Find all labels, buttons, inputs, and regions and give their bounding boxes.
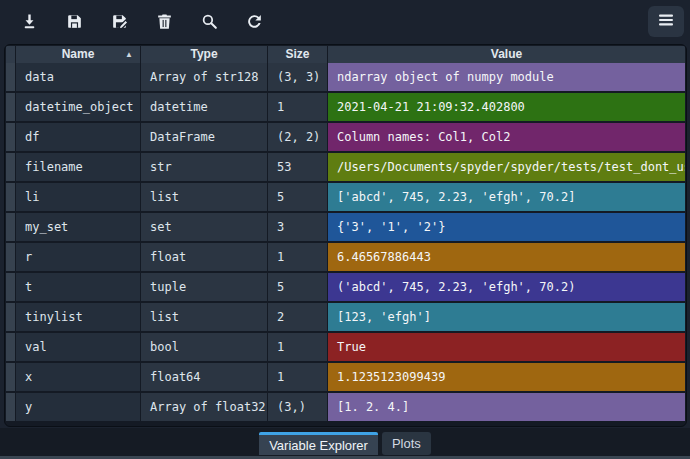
row-header	[6, 243, 16, 273]
table-row[interactable]: datetime_objectdatetime12021-04-21 21:09…	[6, 93, 685, 123]
variable-explorer-table: Name ▲ Type Size Value dataArray of str1…	[4, 44, 687, 427]
column-header-name-label: Name	[62, 47, 95, 61]
cell-type[interactable]: list	[141, 183, 268, 213]
save-data-button[interactable]	[58, 5, 91, 37]
cell-size[interactable]: (3, 3)	[268, 63, 328, 93]
cell-value[interactable]: /Users/Documents/spyder/spyder/tests/tes…	[328, 153, 685, 183]
cell-name[interactable]: tinylist	[16, 303, 141, 333]
table-row[interactable]: rfloat16.46567886443	[6, 243, 685, 273]
cell-type[interactable]: float	[141, 243, 268, 273]
column-header-value-label: Value	[491, 47, 522, 61]
table-header-row: Name ▲ Type Size Value	[6, 46, 685, 63]
table-corner-button[interactable]	[6, 46, 16, 63]
cell-name[interactable]: filename	[16, 153, 141, 183]
row-header	[6, 333, 16, 363]
column-header-size-label: Size	[285, 47, 309, 61]
column-header-type[interactable]: Type	[141, 46, 268, 63]
cell-name[interactable]: li	[16, 183, 141, 213]
cell-value[interactable]: ndarray object of numpy module	[328, 63, 685, 93]
cell-value[interactable]: [1. 2. 4.]	[328, 393, 685, 423]
table-row[interactable]: my_setset3{'3', '1', '2'}	[6, 213, 685, 243]
cell-size[interactable]: 1	[268, 363, 328, 393]
save-as-icon	[110, 12, 129, 31]
cell-type[interactable]: bool	[141, 333, 268, 363]
remove-variable-button[interactable]	[148, 5, 181, 37]
hamburger-menu-icon	[658, 13, 674, 30]
import-data-button[interactable]	[13, 5, 46, 37]
cell-size[interactable]: 3	[268, 213, 328, 243]
tab-variable-explorer[interactable]: Variable Explorer	[259, 432, 378, 455]
cell-value[interactable]: {'3', '1', '2'}	[328, 213, 685, 243]
cell-size[interactable]: 53	[268, 153, 328, 183]
options-menu-button[interactable]	[648, 6, 684, 37]
save-data-as-button[interactable]	[103, 5, 136, 37]
cell-type[interactable]: Array of str128	[141, 63, 268, 93]
cell-value[interactable]: Column names: Col1, Col2	[328, 123, 685, 153]
cell-type[interactable]: DataFrame	[141, 123, 268, 153]
cell-type[interactable]: datetime	[141, 93, 268, 123]
table-row[interactable]: xfloat6411.1235123099439	[6, 363, 685, 393]
table-row[interactable]: dataArray of str128(3, 3)ndarray object …	[6, 63, 685, 93]
table-row[interactable]: yArray of float32(3,)[1. 2. 4.]	[6, 393, 685, 423]
row-header	[6, 363, 16, 393]
cell-type[interactable]: float64	[141, 363, 268, 393]
cell-name[interactable]: y	[16, 393, 141, 423]
cell-size[interactable]: 5	[268, 273, 328, 303]
cell-value[interactable]: [123, 'efgh']	[328, 303, 685, 333]
cell-value[interactable]: ['abcd', 745, 2.23, 'efgh', 70.2]	[328, 183, 685, 213]
column-header-value[interactable]: Value	[328, 46, 685, 63]
cell-size[interactable]: 1	[268, 333, 328, 363]
cell-name[interactable]: r	[16, 243, 141, 273]
save-icon	[65, 12, 84, 31]
cell-type[interactable]: str	[141, 153, 268, 183]
column-header-name[interactable]: Name ▲	[16, 46, 141, 63]
cell-name[interactable]: my_set	[16, 213, 141, 243]
table-row[interactable]: valbool1True	[6, 333, 685, 363]
cell-name[interactable]: data	[16, 63, 141, 93]
search-variable-button[interactable]	[193, 5, 226, 37]
search-icon	[200, 12, 219, 31]
table-row[interactable]: filenamestr53/Users/Documents/spyder/spy…	[6, 153, 685, 183]
cell-name[interactable]: t	[16, 273, 141, 303]
cell-value[interactable]: 6.46567886443	[328, 243, 685, 273]
variable-table-body: dataArray of str128(3, 3)ndarray object …	[6, 63, 685, 423]
sort-ascending-icon: ▲	[125, 46, 133, 63]
cell-name[interactable]: datetime_object	[16, 93, 141, 123]
row-header	[6, 93, 16, 123]
cell-size[interactable]: (2, 2)	[268, 123, 328, 153]
table-row[interactable]: ttuple5('abcd', 745, 2.23, 'efgh', 70.2)	[6, 273, 685, 303]
row-header	[6, 393, 16, 423]
cell-type[interactable]: list	[141, 303, 268, 333]
table-row[interactable]: tinylistlist2[123, 'efgh']	[6, 303, 685, 333]
toolbar	[0, 0, 690, 42]
cell-value[interactable]: True	[328, 333, 685, 363]
row-header	[6, 123, 16, 153]
row-header	[6, 63, 16, 93]
row-header	[6, 183, 16, 213]
cell-size[interactable]: (3,)	[268, 393, 328, 423]
pane-tabbar: Variable Explorer Plots	[0, 428, 690, 459]
cell-value[interactable]: 1.1235123099439	[328, 363, 685, 393]
row-header	[6, 213, 16, 243]
refresh-variables-button[interactable]	[238, 5, 271, 37]
cell-size[interactable]: 5	[268, 183, 328, 213]
refresh-icon	[245, 12, 264, 31]
row-header	[6, 273, 16, 303]
cell-size[interactable]: 2	[268, 303, 328, 333]
cell-value[interactable]: ('abcd', 745, 2.23, 'efgh', 70.2)	[328, 273, 685, 303]
tab-plots[interactable]: Plots	[382, 432, 431, 455]
cell-type[interactable]: set	[141, 213, 268, 243]
cell-name[interactable]: df	[16, 123, 141, 153]
cell-name[interactable]: x	[16, 363, 141, 393]
table-row[interactable]: lilist5['abcd', 745, 2.23, 'efgh', 70.2]	[6, 183, 685, 213]
column-header-type-label: Type	[190, 47, 217, 61]
cell-size[interactable]: 1	[268, 93, 328, 123]
cell-value[interactable]: 2021-04-21 21:09:32.402800	[328, 93, 685, 123]
column-header-size[interactable]: Size	[268, 46, 328, 63]
cell-name[interactable]: val	[16, 333, 141, 363]
cell-type[interactable]: tuple	[141, 273, 268, 303]
cell-type[interactable]: Array of float32	[141, 393, 268, 423]
cell-size[interactable]: 1	[268, 243, 328, 273]
table-row[interactable]: dfDataFrame(2, 2)Column names: Col1, Col…	[6, 123, 685, 153]
row-header	[6, 153, 16, 183]
